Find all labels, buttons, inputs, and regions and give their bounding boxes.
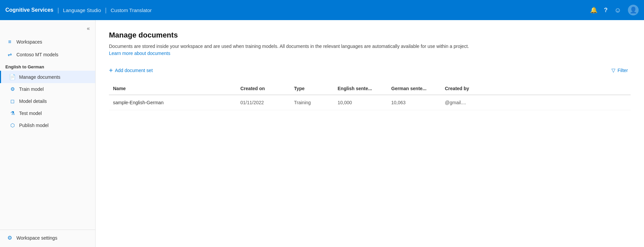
sidebar-item-train-model[interactable]: ⚙ Train model xyxy=(0,83,95,95)
table-row[interactable]: sample-English-German 01/11/2022 Trainin… xyxy=(109,95,631,110)
cell-created-by: @gmail.... xyxy=(441,95,631,110)
cell-english-sentences: 10,000 xyxy=(334,95,387,110)
sidebar-item-manage-documents[interactable]: 📄 Manage documents xyxy=(0,71,95,83)
custom-translator-link[interactable]: Custom Translator xyxy=(111,7,152,13)
main-content: Manage documents Documents are stored in… xyxy=(96,20,644,247)
sidebar-item-models[interactable]: ⇌ Contoso MT models xyxy=(0,48,95,61)
model-details-label: Model details xyxy=(19,99,47,104)
sidebar-item-publish-model[interactable]: ⬡ Publish model xyxy=(0,119,95,131)
sidebar-item-test-model[interactable]: ⚗ Test model xyxy=(0,107,95,119)
filter-button[interactable]: ▽ Filter xyxy=(609,65,631,75)
add-icon: + xyxy=(109,67,113,74)
table-header-row: Name Created on Type English sente... Ge… xyxy=(109,82,631,95)
publish-model-label: Publish model xyxy=(19,123,49,128)
filter-label: Filter xyxy=(618,68,628,73)
project-label: English to German xyxy=(0,61,95,71)
col-header-german-sentences: German sente... xyxy=(387,82,441,95)
workspace-settings-label: Workspace settings xyxy=(16,235,57,241)
documents-table: Name Created on Type English sente... Ge… xyxy=(109,82,631,110)
filter-icon: ▽ xyxy=(611,67,616,73)
models-label: Contoso MT models xyxy=(16,52,58,57)
models-icon: ⇌ xyxy=(6,52,13,58)
test-model-label: Test model xyxy=(19,111,42,116)
sidebar-item-model-details[interactable]: ◻ Model details xyxy=(0,95,95,107)
bell-icon[interactable]: 🔔 xyxy=(590,6,597,14)
sidebar-item-workspaces[interactable]: ≡ Workspaces xyxy=(0,36,95,48)
collapse-sidebar-button[interactable]: « xyxy=(85,24,91,33)
cell-type: Training xyxy=(290,95,334,110)
test-model-icon: ⚗ xyxy=(9,110,16,116)
description-text: Documents are stored inside your workspa… xyxy=(109,44,469,49)
col-header-english-sentences: English sente... xyxy=(334,82,387,95)
page-description: Documents are stored inside your workspa… xyxy=(109,43,478,57)
learn-more-link[interactable]: Learn more about documents xyxy=(109,51,170,56)
sidebar: « ≡ Workspaces ⇌ Contoso MT models Engli… xyxy=(0,20,96,247)
col-header-created-by: Created by xyxy=(441,82,631,95)
toolbar: + Add document set ▽ Filter xyxy=(109,65,631,76)
sidebar-divider xyxy=(0,230,95,230)
col-header-created-on: Created on xyxy=(236,82,290,95)
col-header-name: Name xyxy=(109,82,236,95)
sep1: | xyxy=(57,7,59,14)
add-document-set-label: Add document set xyxy=(115,68,153,73)
workspace-settings-icon: ⚙ xyxy=(6,235,13,241)
topbar: Cognitive Services | Language Studio | C… xyxy=(0,0,644,20)
user-icon: 👤 xyxy=(630,6,637,14)
topbar-icons: 🔔 ? ☺ 👤 xyxy=(590,5,639,15)
main-layout: « ≡ Workspaces ⇌ Contoso MT models Engli… xyxy=(0,20,644,247)
manage-documents-icon: 📄 xyxy=(9,74,16,80)
page-title: Manage documents xyxy=(109,31,631,40)
language-studio-link[interactable]: Language Studio xyxy=(63,7,101,13)
workspaces-icon: ≡ xyxy=(6,39,13,45)
train-model-icon: ⚙ xyxy=(9,86,16,92)
cell-created-on: 01/11/2022 xyxy=(236,95,290,110)
brand-label: Cognitive Services xyxy=(5,7,53,13)
add-document-set-button[interactable]: + Add document set xyxy=(109,65,153,76)
table-body: sample-English-German 01/11/2022 Trainin… xyxy=(109,95,631,110)
publish-model-icon: ⬡ xyxy=(9,122,16,128)
sidebar-collapse-area: « xyxy=(0,23,95,36)
smiley-icon[interactable]: ☺ xyxy=(614,6,621,14)
manage-documents-label: Manage documents xyxy=(19,74,60,80)
user-avatar[interactable]: 👤 xyxy=(628,5,639,15)
workspaces-label: Workspaces xyxy=(16,39,42,45)
cell-name: sample-English-German xyxy=(109,95,236,110)
cell-german-sentences: 10,063 xyxy=(387,95,441,110)
sep2: | xyxy=(105,7,107,14)
question-icon[interactable]: ? xyxy=(604,7,608,14)
train-model-label: Train model xyxy=(19,86,44,92)
col-header-type: Type xyxy=(290,82,334,95)
sidebar-item-workspace-settings[interactable]: ⚙ Workspace settings xyxy=(0,231,95,244)
model-details-icon: ◻ xyxy=(9,98,16,104)
